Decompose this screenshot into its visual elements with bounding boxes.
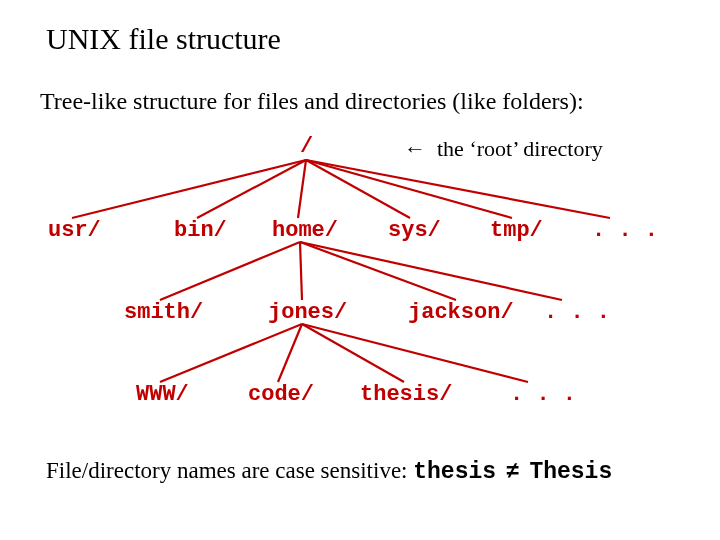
svg-line-1 <box>197 160 306 218</box>
arrow-left-icon: ← <box>404 136 426 161</box>
svg-line-4 <box>306 160 512 218</box>
svg-line-7 <box>300 242 302 300</box>
slide: UNIX file structure Tree-like structure … <box>0 0 720 540</box>
node-bin: bin/ <box>174 218 227 243</box>
svg-line-3 <box>306 160 410 218</box>
svg-line-13 <box>302 324 528 382</box>
svg-line-12 <box>302 324 404 382</box>
svg-line-2 <box>298 160 306 218</box>
svg-line-6 <box>160 242 300 300</box>
node-l1-ellipsis: . . . <box>592 218 658 243</box>
root-annotation: ← the ‘root’ directory <box>404 136 603 162</box>
node-usr: usr/ <box>48 218 101 243</box>
footer-note: File/directory names are case sensitive:… <box>46 458 612 485</box>
root-annotation-text: the ‘root’ directory <box>437 136 603 161</box>
node-jones: jones/ <box>268 300 347 325</box>
node-l2-ellipsis: . . . <box>544 300 610 325</box>
neq-icon: ≠ <box>502 459 524 485</box>
footer-example-a: thesis <box>413 459 496 485</box>
node-l3-ellipsis: . . . <box>510 382 576 407</box>
node-jackson: jackson/ <box>408 300 514 325</box>
footer-example-b: Thesis <box>529 459 612 485</box>
node-tmp: tmp/ <box>490 218 543 243</box>
footer-lead: File/directory names are case sensitive: <box>46 458 413 483</box>
node-root: / <box>300 134 313 159</box>
node-home: home/ <box>272 218 338 243</box>
node-smith: smith/ <box>124 300 203 325</box>
node-sys: sys/ <box>388 218 441 243</box>
node-code: code/ <box>248 382 314 407</box>
node-www: WWW/ <box>136 382 189 407</box>
node-thesis: thesis/ <box>360 382 452 407</box>
svg-line-0 <box>72 160 306 218</box>
svg-line-5 <box>306 160 610 218</box>
